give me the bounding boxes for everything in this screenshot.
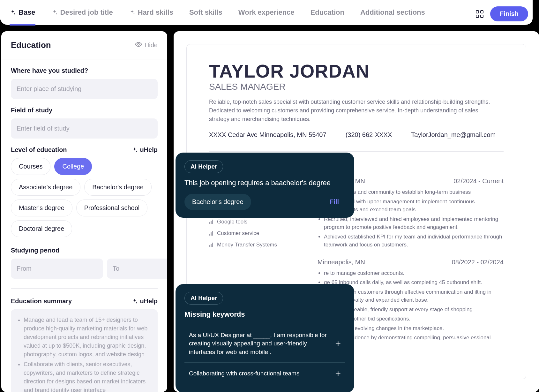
skill-item: Google tools [209,219,292,225]
from-input[interactable] [11,259,103,279]
tab-work-exp[interactable]: Work experience [238,0,295,26]
tab-label: Soft skills [189,8,222,17]
resume-summary: Reliable, top-notch sales specialist wit… [209,98,496,124]
sparkle-icon [51,9,58,16]
skill-item: Customer service [209,230,292,237]
resume-contact: XXXX Cedar Ave Minneapolis, MN 55407 (32… [209,131,504,139]
right-controls: Finish [470,3,533,25]
keyword-row: Collaborating with cross-functional team… [184,363,345,385]
level-label: Level of education [11,146,67,154]
tab-base[interactable]: Base [10,0,35,26]
resume-phone: (320) 662-XXXX [346,131,392,139]
field-label: Field of study [11,107,158,114]
tab-label: Education [311,8,344,17]
education-panel: Education Hide Where have you studied? F… [1,31,167,392]
job-bullet: Recruited, interviewed and hired employe… [324,215,504,231]
ai-suggestion-chip[interactable]: Bachelor's degree [184,194,251,210]
summary-item: Collaborate with clients, senior executi… [24,360,151,392]
resume-name: TAYLOR JORDAN [209,60,504,82]
chip-college[interactable]: College [54,158,92,175]
tab-education[interactable]: Education [311,0,344,26]
hide-label: Hide [145,41,158,49]
tab-label: Base [19,8,35,17]
divider [209,151,504,152]
resume-address: XXXX Cedar Ave Minneapolis, MN 55407 [209,131,326,139]
grid-view-button[interactable] [475,9,484,19]
job-bullet: re to manage customer accounts. [324,269,504,277]
tab-label: Additional sections [360,8,425,17]
panel-title: Education [11,40,51,50]
finish-button[interactable]: Finish [490,6,528,21]
ai-message: This job opening requires a baachelor's … [184,178,345,188]
uhelp-label: uHelp [140,146,158,154]
chip-master[interactable]: Master's degree [11,200,72,216]
chip-bachelor[interactable]: Bachelor's degree [84,179,152,196]
fill-button[interactable]: Fill [330,198,339,206]
ai-badge: AI Helper [184,292,223,305]
bars-icon [209,231,213,236]
period-label: Studying period [11,247,158,254]
tab-label: Work experience [238,8,295,17]
summary-item: Manage and lead a team of 15+ designers … [24,316,151,359]
chip-courses[interactable]: Courses [11,158,50,175]
chip-doctoral[interactable]: Doctoral degree [11,220,72,237]
hide-button[interactable]: Hide [135,41,158,49]
resume-email: TaylorJordan_me@gmail.com [411,131,496,139]
ai-helper-keywords-popup: AI Helper Missing keywords As a UI/UX De… [176,284,354,392]
bars-icon [209,243,213,247]
ai-title: Missing keywords [184,310,345,320]
job-date: 02/2024 - Current [453,177,504,185]
tab-job-title[interactable]: Desired job title [51,0,113,26]
ai-badge: AI Helper [184,160,223,173]
sparkle-icon [131,298,138,305]
job-bullet: Achieved established KPI for my team and… [324,233,504,249]
bars-icon [209,220,213,224]
sparkle-icon [129,9,135,16]
keyword-text: Collaborating with cross-functional team… [189,369,329,378]
nav-tabs: Base Desired job title Hard skills Soft … [10,0,523,26]
uhelp-label: uHelp [140,298,158,305]
resume-role: SALES MANAGER [209,82,504,92]
to-input[interactable] [107,259,167,279]
summary-label: Education summary [11,298,72,305]
job-location: Minneapolis, MN [318,259,365,266]
job-date: 08/2022 - 02/2024 [452,259,504,266]
studied-input[interactable] [11,79,158,99]
keyword-text: As a UI/UX Designer at _____, I am respo… [189,331,329,357]
tab-additional[interactable]: Additional sections [360,0,425,26]
plus-icon[interactable]: + [335,368,341,379]
plus-icon[interactable]: + [335,338,341,349]
eye-icon [135,41,142,49]
uhelp-button-2[interactable]: uHelp [131,298,158,305]
sparkle-icon [10,9,16,16]
chip-professional[interactable]: Professional school [76,200,147,216]
skill-item: Money Transfer Systems [209,242,292,248]
keyword-row: As a UI/UX Designer at _____, I am respo… [184,325,345,363]
svg-point-0 [138,43,139,45]
summary-box[interactable]: Manage and lead a team of 15+ designers … [11,309,158,392]
chip-associate[interactable]: Associate's degree [11,179,80,196]
field-input[interactable] [11,118,158,139]
tab-soft-skills[interactable]: Soft skills [189,0,222,26]
uhelp-button[interactable]: uHelp [131,146,158,154]
studied-label: Where have you studied? [11,67,158,74]
tab-hard-skills[interactable]: Hard skills [129,0,173,26]
top-nav: Base Desired job title Hard skills Soft … [0,0,533,25]
divider [11,288,158,289]
tab-label: Hard skills [138,8,173,17]
ai-helper-degree-popup: AI Helper This job opening requires a ba… [176,153,354,218]
tab-label: Desired job title [60,8,113,17]
sparkle-icon [131,147,138,153]
level-chips: Courses College Associate's degree Bache… [11,158,158,237]
